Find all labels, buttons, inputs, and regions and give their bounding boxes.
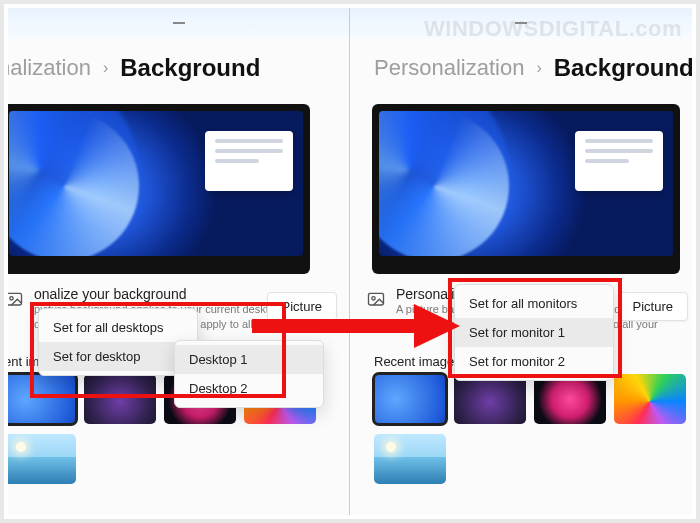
pane-monitors: Personalization › Background Personalize… (350, 8, 692, 515)
bloom-wallpaper-icon (379, 111, 559, 256)
context-menu-monitors: Set for all monitors Set for monitor 1 S… (454, 284, 614, 381)
svg-point-3 (372, 297, 375, 300)
wallpaper-thumb-dark[interactable] (84, 374, 156, 424)
bloom-wallpaper-icon (9, 111, 189, 256)
submenu-item-desktop-1[interactable]: Desktop 1 (175, 345, 323, 374)
breadcrumb: nalization › Background (8, 54, 260, 82)
wallpaper-thumb-bloom[interactable] (374, 374, 446, 424)
preview-wallpaper (9, 111, 303, 256)
comparison-container: nalization › Background onalize your bac… (8, 8, 692, 515)
svg-point-1 (10, 297, 13, 300)
preview-note-card (575, 131, 663, 191)
breadcrumb-current: Background (120, 54, 260, 82)
window-titlebar (8, 8, 349, 38)
recent-images-row2 (8, 434, 76, 484)
recent-images-label: Recent images (374, 354, 461, 369)
chevron-right-icon: › (536, 59, 541, 77)
wallpaper-thumb-rainbow[interactable] (614, 374, 686, 424)
background-type-dropdown[interactable]: Picture (267, 292, 337, 321)
picture-icon (8, 290, 24, 314)
menu-item-all-desktops[interactable]: Set for all desktops (39, 313, 197, 342)
breadcrumb-parent[interactable]: nalization (8, 55, 91, 81)
breadcrumb-parent[interactable]: Personalization (374, 55, 524, 81)
recent-images-row (374, 374, 686, 424)
wallpaper-thumb-bloom[interactable] (8, 374, 76, 424)
picture-icon (366, 290, 386, 314)
wallpaper-thumb-beach[interactable] (374, 434, 446, 484)
preview-wallpaper (379, 111, 673, 256)
wallpaper-thumb-beach[interactable] (8, 434, 76, 484)
menu-item-monitor-2[interactable]: Set for monitor 2 (455, 347, 613, 376)
wallpaper-thumb-glow[interactable] (534, 374, 606, 424)
recent-images-row2 (374, 434, 446, 484)
background-type-dropdown[interactable]: Picture (618, 292, 688, 321)
wallpaper-thumb-dark[interactable] (454, 374, 526, 424)
menu-item-all-monitors[interactable]: Set for all monitors (455, 289, 613, 318)
menu-item-monitor-1[interactable]: Set for monitor 1 (455, 318, 613, 347)
breadcrumb-current: Background (554, 54, 692, 82)
pane-desktops: nalization › Background onalize your bac… (8, 8, 350, 515)
submenu-item-desktop-2[interactable]: Desktop 2 (175, 374, 323, 403)
window-titlebar (350, 8, 692, 38)
background-preview-monitor (372, 104, 680, 274)
preview-note-card (205, 131, 293, 191)
chevron-right-icon: › (103, 59, 108, 77)
background-preview-monitor (8, 104, 310, 274)
breadcrumb: Personalization › Background (374, 54, 692, 82)
context-submenu-desktops: Desktop 1 Desktop 2 (174, 340, 324, 408)
